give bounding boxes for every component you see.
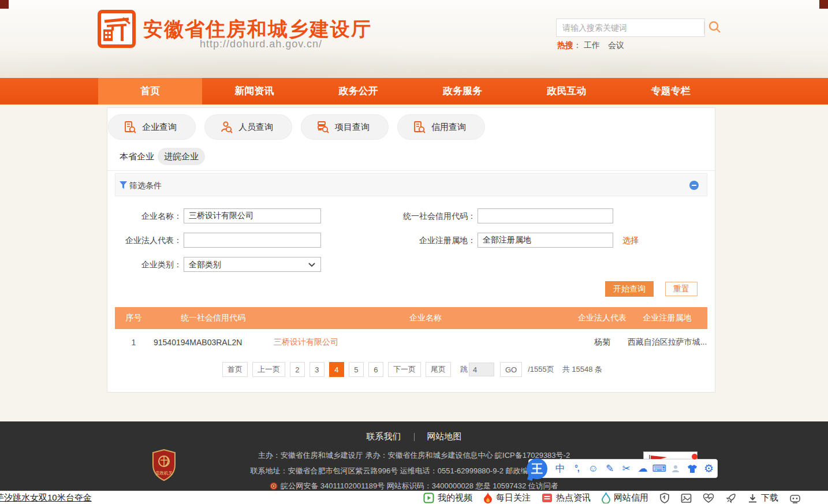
company-name-link[interactable]: 三桥设计有限公司 [274,337,338,346]
bottom-bar-items: 我的视频 每日关注 热点资讯 [423,491,801,504]
tab-project-query[interactable]: 项目查询 [301,114,389,140]
category-select-value: 全部类别 [189,260,221,269]
company-name-label: 企业名称： [101,208,182,223]
news-ticker-link[interactable]: 芋汐跳水女双10米台夺金 [0,492,92,503]
ime-settings-gear-icon[interactable]: ⚙ [700,460,717,477]
col-header-legal-rep: 企业法人代表 [577,313,627,323]
tab-label: 信用查询 [431,122,466,133]
shield-icon[interactable] [659,492,670,503]
page-prev-button[interactable]: 上一页 [252,362,285,377]
jump-page-input[interactable] [469,363,494,376]
health-heart-icon[interactable] [703,493,714,503]
divider [107,170,715,171]
page-number-button[interactable]: 6 [368,362,383,377]
ime-emoji-icon[interactable]: ☺ [585,460,602,477]
nav-item-interaction[interactable]: 政民互动 [514,78,618,104]
site-credit-label: 网站信用 [614,492,648,503]
water-drop-icon [602,492,610,503]
nav-items: 首页 新闻资讯 政务公开 政务服务 政民互动 专题专栏 [98,78,723,104]
tab-person-query[interactable]: 人员查询 [204,114,292,140]
hot-news-button[interactable]: 热点资讯 [542,492,591,503]
party-government-badge: 党政机关 [151,449,177,481]
nav-item-gov-service[interactable]: 政务服务 [411,78,514,104]
page-number-button[interactable]: 2 [290,362,305,377]
ime-punctuation-icon[interactable]: °, [569,460,585,477]
daily-follow-label: 每日关注 [496,492,531,503]
ime-keyboard-icon[interactable]: ⌨ [651,460,668,477]
go-button[interactable]: GO [500,362,522,377]
site-logo [98,10,136,51]
my-video-button[interactable]: 我的视频 [423,492,472,503]
hot-search-colon: ： [573,40,581,50]
reset-button[interactable]: 重置 [665,282,698,296]
my-video-label: 我的视频 [438,492,472,503]
col-header-no: 序号 [115,313,152,323]
page-number-button[interactable]: 3 [309,362,325,377]
category-label: 企业类别： [101,257,182,272]
ime-cloud-icon[interactable]: ☁ [635,460,651,477]
main-navbar: 首页 新闻资讯 政务公开 政务服务 政民互动 专题专栏 [0,78,828,104]
reg-area-input[interactable] [478,233,613,248]
search-icon [708,20,722,34]
credit-code-input[interactable] [478,208,613,223]
hot-search-term[interactable]: 会议 [608,40,624,50]
tab-credit-query[interactable]: 信用查询 [397,114,485,140]
ime-handwriting-icon[interactable]: ✎ [602,460,618,477]
nav-item-special[interactable]: 专题专栏 [619,78,723,104]
table-row: 1 91540194MAB03RAL2N 三桥设计有限公司 杨菊 西藏自治区拉萨… [115,329,707,355]
browser-bottom-bar: 芋汐跳水女双10米台夺金 我的视频 每日关注 [0,491,828,504]
filter-icon [120,181,127,189]
page-next-button[interactable]: 下一页 [388,362,421,377]
legal-rep-input[interactable] [184,233,321,248]
tab-incoming-enterprise[interactable]: 进皖企业 [158,148,205,165]
credit-search-icon [412,120,426,134]
ime-chinese-mode-icon[interactable]: 中 [552,460,569,477]
page-number-button-active[interactable]: 4 [329,362,344,377]
flame-icon [483,492,493,503]
tab-label: 人员查询 [238,122,273,133]
tab-label: 企业查询 [142,122,177,133]
play-video-icon [423,492,434,503]
search-input[interactable] [557,23,704,32]
row-no: 1 [115,338,152,347]
reg-area-label: 企业注册属地： [393,233,476,248]
nav-item-home[interactable]: 首页 [98,78,202,104]
start-query-button[interactable]: 开始查询 [605,281,654,297]
col-header-reg-area: 企业注册属地 [627,313,707,323]
hot-search-term[interactable]: 工作 [584,40,600,50]
hot-search-label: 热搜 [557,40,573,50]
ime-skin-icon[interactable] [684,460,701,477]
nav-item-news[interactable]: 新闻资讯 [202,78,306,104]
credit-code-label: 统一社会信用代码： [393,208,476,223]
tab-label: 项目查询 [335,122,370,133]
jump-label: 跳 [460,364,468,375]
tab-province-enterprise[interactable]: 本省企业 [120,151,154,162]
site-credit-button[interactable]: 网站信用 [602,492,648,503]
page-first-button[interactable]: 首页 [222,362,248,377]
contact-us-link[interactable]: 联系我们 [367,431,401,442]
search-button[interactable] [707,20,722,36]
ime-logo-icon[interactable]: 王 [527,458,547,479]
search-divider [704,21,704,34]
ime-scissors-icon[interactable]: ✂ [618,460,635,477]
nav-item-gov-open[interactable]: 政务公开 [307,78,411,104]
page-number-button[interactable]: 5 [349,362,364,377]
daily-follow-button[interactable]: 每日关注 [483,492,531,503]
sitemap-link[interactable]: 网站地图 [427,431,462,442]
company-name-input[interactable] [184,208,321,223]
category-select[interactable]: 全部类别 [184,257,321,272]
total-records: 共 15548 条 [562,364,602,375]
pagination: 首页 上一页 2 3 4 5 6 下一页 尾页 跳 GO /1555页 共 15… [107,362,715,377]
robot-assistant-icon[interactable] [789,493,801,503]
page: 安徽省住房和城乡建设厅 http://dohurd.ah.gov.cn/ 热搜：… [0,0,828,504]
download-button[interactable]: 下载 [748,492,778,503]
corner-decoration [819,0,828,9]
page-last-button[interactable]: 尾页 [426,362,451,377]
ime-account-icon[interactable] [667,460,684,477]
reg-area-select-link[interactable]: 选择 [622,236,639,246]
tab-enterprise-query[interactable]: 企业查询 [108,114,196,140]
rocket-icon[interactable] [725,492,737,504]
screenshot-image-icon[interactable] [681,493,692,503]
collapse-filter-button[interactable] [689,181,699,190]
site-header: 安徽省住房和城乡建设厅 http://dohurd.ah.gov.cn/ 热搜：… [0,0,828,78]
